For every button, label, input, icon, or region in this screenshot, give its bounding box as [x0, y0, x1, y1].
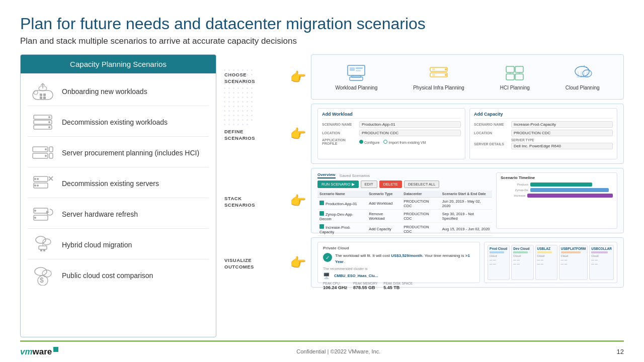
stack-arrow-icon: 👉 — [290, 168, 306, 233]
deselect-all-btn[interactable]: DESELECT ALL — [404, 180, 439, 188]
viz-message: The workload will fit. It will cost US$3… — [335, 253, 474, 264]
server-type-value: Dell Inc. PowerEdge R640 — [511, 143, 613, 149]
cloud-planning-type[interactable]: Cloud Planning — [566, 64, 600, 90]
choose-content-box: Workload Planning — [311, 54, 624, 100]
define-step-label: DEFINESCENARIOS — [224, 128, 255, 142]
timeline-area: Scenario Timeline Producti Zynop-De Incr… — [496, 172, 617, 229]
table-col-type: Scenario Type — [367, 191, 401, 198]
add-capacity-form: Add Capacity SCENARIO NAME Increase-Prod… — [469, 108, 617, 159]
timeline-bar-row: Increase — [501, 194, 613, 198]
footer: vmware Confidential | ©2022 VMware, Inc.… — [20, 340, 624, 357]
physical-infra-label: Physical Infra Planning — [413, 85, 464, 90]
hci-planning-label: HCI Planning — [500, 85, 530, 90]
svg-rect-55 — [515, 66, 523, 72]
svg-rect-52 — [432, 68, 435, 70]
main-content: Capacity Planning Scenarios — [20, 54, 624, 337]
scenario-name-label: SCENARIO NAME — [322, 123, 357, 126]
svg-point-50 — [445, 68, 447, 70]
timeline-bar-row: Producti — [501, 183, 613, 187]
radio-configure[interactable]: Configure — [359, 140, 379, 144]
check-icon: ✓ — [323, 253, 332, 262]
server-details-label: SERVER DETAILS — [474, 142, 509, 146]
svg-text:vmware: vmware — [20, 347, 52, 356]
svg-point-17 — [45, 148, 47, 150]
viz-card[interactable]: USBPLATFORM Cloud — — — — — [559, 245, 588, 280]
viz-card[interactable]: Prod Cloud Cloud — — — — — [488, 245, 510, 280]
stack-table-area: Overview Saved Scenarios RUN SCENARIO ▶ … — [317, 172, 492, 229]
svg-point-12 — [48, 126, 50, 128]
capacity-scenario-name-label: SCENARIO NAME — [474, 123, 509, 126]
page: Plan for future needs and datacenter mig… — [0, 0, 644, 362]
peak-cpu: Peak CPU 106.24 GHz — [323, 282, 347, 290]
list-item[interactable]: Server procurement planning (includes HC… — [28, 139, 209, 167]
scenario-label: Decommission existing workloads — [62, 118, 168, 127]
svg-rect-36 — [43, 249, 45, 251]
svg-point-30 — [34, 210, 36, 212]
choose-step-label: CHOOSESCENARIOS — [224, 71, 255, 85]
table-row[interactable]: Increase-Prod-Capacity Add Capacity PROD… — [317, 223, 492, 236]
workload-planning-label: Workload Planning — [335, 85, 377, 90]
list-item[interactable]: Server hardware refresh — [28, 200, 209, 229]
run-scenario-btn[interactable]: RUN SCENARIO ▶ — [317, 180, 359, 188]
scenario-label: Onboarding new workloads — [62, 87, 147, 96]
viz-cards-grid: Prod Cloud Cloud — — — — Dev Cloud Cloud… — [484, 242, 617, 283]
table-row[interactable]: Zynop-Dev-App-Decom Remove Workload PROD… — [317, 210, 492, 223]
scenario-label: Server hardware refresh — [62, 210, 138, 219]
vmware-logo: vmware — [20, 346, 60, 357]
recommended-label: The recommended cluster is — [323, 267, 474, 270]
delete-btn[interactable]: DELETE — [379, 180, 402, 188]
saved-scenarios-tab[interactable]: Saved Scenarios — [340, 173, 370, 178]
svg-point-10 — [48, 116, 50, 118]
radio-import[interactable]: Import from existing VM — [383, 140, 426, 144]
table-col-dc: Datacenter — [401, 191, 440, 198]
viz-card[interactable]: USBCOLLAR Cloud — — — — — [589, 245, 614, 280]
define-arrow-icon: 👉 — [290, 104, 306, 164]
physical-infra-icon — [429, 64, 449, 82]
stack-step-row: STACKSCENARIOS 👉 Overview Saved Scenario… — [224, 168, 624, 233]
hci-planning-type[interactable]: HCI Planning — [500, 64, 530, 90]
viz-card[interactable]: USBLAZ Cloud — — — — — [535, 245, 557, 280]
table-row[interactable]: Production-App-01 Add Workload PRODUCTIO… — [317, 198, 492, 210]
list-item[interactable]: Hybrid cloud migration — [28, 231, 209, 259]
footer-confidential: Confidential | ©2022 VMware, Inc. — [296, 348, 380, 354]
list-item[interactable]: Decommission existing servers — [28, 169, 209, 198]
add-capacity-title: Add Capacity — [474, 112, 613, 119]
list-item[interactable]: Decommission existing workloads — [28, 108, 209, 137]
scenario-label: Decommission existing servers — [62, 179, 159, 188]
cloud-planning-icon — [573, 64, 593, 82]
stack-step-label-col: STACKSCENARIOS — [224, 168, 285, 233]
list-item[interactable]: Onboarding new workloads — [28, 77, 209, 106]
capacity-location-value: PRODUCTION CDC — [511, 130, 613, 136]
visualize-step-row: VISUALIZEOUTCOMES 👉 Private Cloud ✓ The … — [224, 237, 624, 288]
choose-arrow-icon: 👉 — [290, 54, 306, 100]
edit-btn[interactable]: EDIT — [361, 180, 377, 188]
svg-point-38 — [35, 267, 47, 276]
capacity-scenario-name-value: Increase-Prod-Capacity — [511, 121, 613, 128]
choose-step-label-col: CHOOSESCENARIOS — [224, 54, 285, 100]
viz-card[interactable]: Dev Cloud Cloud — — — — — [511, 245, 533, 280]
server-decom-icon — [31, 112, 55, 132]
workload-planning-icon — [346, 64, 366, 82]
footer-page-number: 12 — [617, 348, 624, 355]
page-title: Plan for future needs and datacenter mig… — [20, 14, 624, 33]
peak-memory: Peak Memory 878.55 GB — [353, 282, 377, 290]
list-item[interactable]: $ Public cloud cost comparison — [28, 261, 209, 290]
overview-tab[interactable]: Overview — [317, 172, 336, 178]
add-workload-title: Add Workload — [322, 112, 461, 119]
scenario-label: Server procurement planning (includes HC… — [62, 148, 199, 157]
svg-rect-57 — [515, 74, 523, 80]
svg-rect-34 — [39, 246, 47, 249]
svg-rect-2 — [40, 97, 42, 99]
left-panel: Capacity Planning Scenarios — [20, 54, 216, 337]
physical-infra-type[interactable]: Physical Infra Planning — [413, 64, 464, 90]
location-value: PRODUCTION CDC — [359, 130, 461, 136]
svg-rect-54 — [506, 66, 514, 72]
workload-planning-type[interactable]: Workload Planning — [335, 64, 377, 90]
visualize-step-label-col: VISUALIZEOUTCOMES — [224, 237, 285, 288]
server-x-icon — [31, 173, 55, 194]
visualize-step-label: VISUALIZEOUTCOMES — [224, 257, 254, 270]
resource-row: Peak CPU 106.24 GHz Peak Memory 878.55 G… — [323, 282, 474, 290]
svg-rect-56 — [506, 74, 514, 80]
scenarios-table: Scenario Name Scenario Type Datacenter S… — [317, 191, 492, 236]
stack-content-box: Overview Saved Scenarios RUN SCENARIO ▶ … — [311, 168, 624, 233]
